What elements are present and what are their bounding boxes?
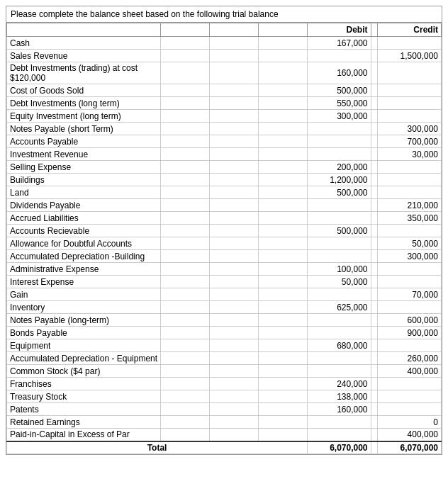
spacer3: [259, 199, 308, 212]
row-debit: 500,000: [308, 84, 371, 97]
mid-spacer: [371, 314, 378, 327]
row-label: Patents: [7, 403, 161, 416]
spacer3: [259, 429, 308, 441]
row-debit: 500,000: [308, 225, 371, 237]
spacer3: [259, 174, 308, 186]
row-credit: [378, 84, 442, 97]
spacer2: [210, 378, 259, 390]
row-debit: [308, 50, 371, 62]
row-debit: [308, 429, 371, 441]
table-row: Accumulated Depreciation - Equipment260,…: [7, 352, 442, 365]
mid-spacer: [371, 225, 378, 237]
row-label: Administrative Expense: [7, 263, 161, 276]
spacer1: [161, 237, 210, 250]
spacer3: [259, 123, 308, 135]
mid-spacer: [371, 135, 378, 148]
spacer2: [210, 390, 259, 403]
spacer3: [259, 390, 308, 403]
spacer1: [161, 148, 210, 161]
spacer1: [161, 390, 210, 403]
row-debit: 50,000: [308, 276, 371, 288]
spacer2: [210, 84, 259, 97]
row-credit: 210,000: [378, 199, 442, 212]
table-row: Debt Investments (trading) at cost $120,…: [7, 62, 442, 84]
row-label: Dividends Payable: [7, 199, 161, 212]
spacer3: [259, 403, 308, 416]
header-row: Debit Credit: [7, 23, 442, 37]
row-label: Franchises: [7, 378, 161, 390]
spacer3: [259, 97, 308, 110]
row-label: Land: [7, 186, 161, 199]
table-row: Patents160,000: [7, 403, 442, 416]
table-row: Franchises240,000: [7, 378, 442, 390]
row-credit: 1,500,000: [378, 50, 442, 62]
table-row: Investment Revenue30,000: [7, 148, 442, 161]
spacer2: [210, 161, 259, 174]
row-label: Accrued Liabilities: [7, 212, 161, 225]
table-row: Sales Revenue1,500,000: [7, 50, 442, 62]
row-debit: 1,200,000: [308, 174, 371, 186]
spacer2: [210, 352, 259, 365]
mid-spacer: [371, 174, 378, 186]
row-label: Accounts Payable: [7, 135, 161, 148]
row-debit: [308, 135, 371, 148]
row-credit: [378, 161, 442, 174]
spacer2: [210, 237, 259, 250]
mid-spacer: [371, 416, 378, 429]
spacer2: [210, 199, 259, 212]
spacer3: [259, 135, 308, 148]
spacer2: [210, 327, 259, 339]
spacer1: [161, 37, 210, 50]
spacer1: [161, 327, 210, 339]
row-credit: 600,000: [378, 314, 442, 327]
row-credit: 900,000: [378, 327, 442, 339]
spacer2: [210, 148, 259, 161]
spacer3: [259, 37, 308, 50]
spacer1: [161, 84, 210, 97]
spacer2: [210, 403, 259, 416]
mid-spacer: [371, 276, 378, 288]
table-row: Accounts Recievable500,000: [7, 225, 442, 237]
row-label: Gain: [7, 288, 161, 301]
mid-spacer: [371, 148, 378, 161]
row-debit: 160,000: [308, 403, 371, 416]
spacer3: [259, 327, 308, 339]
row-debit: 300,000: [308, 110, 371, 123]
spacer2: [210, 301, 259, 314]
spacer3: [259, 416, 308, 429]
spacer1: [161, 352, 210, 365]
spacer3: [259, 110, 308, 123]
row-debit: [308, 365, 371, 378]
mid-spacer: [371, 199, 378, 212]
mid-spacer: [371, 327, 378, 339]
spacer3: [259, 250, 308, 263]
balance-sheet-container: Please complete the balance sheet based …: [6, 6, 442, 455]
spacer3: [259, 237, 308, 250]
table-row: Notes Payable (short Term)300,000: [7, 123, 442, 135]
spacer1: [161, 135, 210, 148]
row-label: Investment Revenue: [7, 148, 161, 161]
table-row: Land500,000: [7, 186, 442, 199]
mid-spacer: [371, 123, 378, 135]
row-label: Notes Payable (long-term): [7, 314, 161, 327]
spacer1: [161, 186, 210, 199]
row-debit: [308, 352, 371, 365]
table-row: Accrued Liabilities350,000: [7, 212, 442, 225]
row-credit: 70,000: [378, 288, 442, 301]
row-label: Paid-in-Capital in Excess of Par: [7, 429, 161, 441]
row-credit: [378, 390, 442, 403]
row-debit: 160,000: [308, 62, 371, 84]
spacer3: [259, 301, 308, 314]
mid-spacer: [371, 186, 378, 199]
row-label: Bonds Payable: [7, 327, 161, 339]
spacer3: [259, 352, 308, 365]
spacer2: [210, 263, 259, 276]
mid-spacer: [371, 97, 378, 110]
row-debit: [308, 212, 371, 225]
spacer3: [259, 84, 308, 97]
spacer3: [259, 186, 308, 199]
row-credit: [378, 186, 442, 199]
header-spacer1: [161, 23, 210, 37]
table-row: Dividends Payable210,000: [7, 199, 442, 212]
row-debit: [308, 288, 371, 301]
